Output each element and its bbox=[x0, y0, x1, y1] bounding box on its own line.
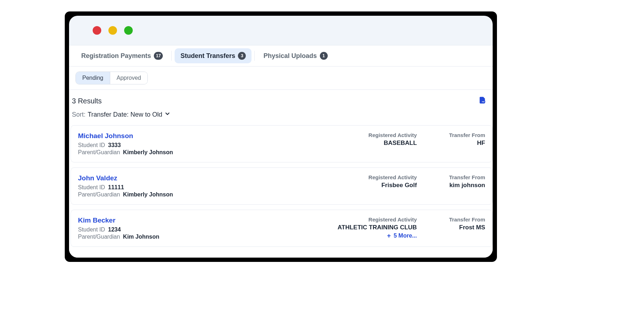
registered-activity-label: Registered Activity bbox=[338, 216, 417, 223]
guardian-label: Parent/Guardian bbox=[78, 149, 120, 155]
tab-separator bbox=[254, 51, 255, 61]
transfer-card[interactable]: John Valdez Student ID 11111 Parent/Guar… bbox=[70, 167, 493, 205]
tab-label: Physical Uploads bbox=[263, 52, 317, 60]
transfer-from-col: Transfer From kim johnson bbox=[449, 174, 485, 189]
tab-badge: 3 bbox=[238, 52, 246, 60]
tab-student-transfers[interactable]: Student Transfers 3 bbox=[175, 48, 252, 63]
card-left: Michael Johnson Student ID 3333 Parent/G… bbox=[78, 132, 173, 156]
student-id-label: Student ID bbox=[78, 184, 105, 190]
student-id-label: Student ID bbox=[78, 142, 105, 148]
guardian-label: Parent/Guardian bbox=[78, 234, 120, 240]
transfer-from-value: Frost MS bbox=[449, 224, 485, 231]
results-list: Michael Johnson Student ID 3333 Parent/G… bbox=[70, 125, 493, 258]
tab-registration-payments[interactable]: Registration Payments 17 bbox=[75, 48, 169, 63]
tab-label: Student Transfers bbox=[180, 52, 235, 60]
registered-activity-col: Registered Activity Frisbee Golf bbox=[369, 174, 417, 189]
tab-physical-uploads[interactable]: Physical Uploads 1 bbox=[258, 48, 333, 63]
tab-separator bbox=[171, 51, 172, 61]
sort-label: Sort: bbox=[72, 111, 86, 118]
sort-value: Transfer Date: New to Old bbox=[88, 111, 162, 118]
chevron-down-icon bbox=[164, 111, 171, 119]
registered-activity-value: Frisbee Golf bbox=[369, 182, 417, 189]
status-segmented-control: Pending Approved bbox=[75, 72, 148, 84]
student-id-label: Student ID bbox=[78, 226, 105, 233]
card-right: Registered Activity Frisbee Golf Transfe… bbox=[369, 174, 485, 189]
tab-label: Registration Payments bbox=[81, 52, 151, 60]
more-activities-link[interactable]: + 5 More... bbox=[387, 233, 417, 239]
registered-activity-value: BASEBALL bbox=[369, 140, 417, 147]
transfer-from-col: Transfer From Frost MS bbox=[449, 216, 485, 239]
student-id-value: 11111 bbox=[108, 184, 124, 190]
traffic-minimize-icon[interactable] bbox=[108, 26, 117, 35]
registered-activity-col: Registered Activity ATHLETIC TRAINING CL… bbox=[338, 216, 417, 239]
student-id-value: 1234 bbox=[108, 226, 121, 233]
registered-activity-value: ATHLETIC TRAINING CLUB bbox=[338, 224, 417, 231]
student-name-link[interactable]: John Valdez bbox=[78, 174, 173, 182]
filter-pending-button[interactable]: Pending bbox=[76, 72, 110, 84]
guardian-line: Parent/Guardian Kim Johnson bbox=[78, 234, 159, 240]
registered-activity-label: Registered Activity bbox=[369, 132, 417, 138]
card-right: Registered Activity ATHLETIC TRAINING CL… bbox=[338, 216, 485, 239]
tab-badge: 1 bbox=[320, 52, 328, 60]
student-id-value: 3333 bbox=[108, 142, 121, 148]
plus-icon: + bbox=[387, 233, 391, 239]
filter-row: Pending Approved bbox=[69, 67, 493, 90]
transfer-from-label: Transfer From bbox=[449, 174, 485, 180]
traffic-zoom-icon[interactable] bbox=[124, 26, 133, 35]
registered-activity-label: Registered Activity bbox=[369, 174, 417, 180]
student-id-line: Student ID 1234 bbox=[78, 226, 159, 233]
guardian-value: Kimberly Johnson bbox=[123, 149, 173, 155]
transfer-card[interactable]: Michael Johnson Student ID 3333 Parent/G… bbox=[70, 125, 493, 162]
traffic-close-icon[interactable] bbox=[93, 26, 101, 35]
guardian-line: Parent/Guardian Kimberly Johnson bbox=[78, 149, 173, 156]
card-right: Registered Activity BASEBALL Transfer Fr… bbox=[369, 132, 485, 147]
student-name-link[interactable]: Kim Becker bbox=[78, 216, 159, 224]
guardian-value: Kim Johnson bbox=[123, 234, 159, 240]
results-count: 3 Results bbox=[70, 97, 102, 105]
results-header: 3 Results PDF bbox=[70, 90, 493, 106]
filter-approved-button[interactable]: Approved bbox=[110, 72, 148, 84]
export-pdf-icon[interactable]: PDF bbox=[478, 96, 486, 106]
app-window: Registration Payments 17 Student Transfe… bbox=[69, 16, 493, 258]
card-left: Kim Becker Student ID 1234 Parent/Guardi… bbox=[78, 216, 159, 240]
card-left: John Valdez Student ID 11111 Parent/Guar… bbox=[78, 174, 173, 198]
more-activities-label: 5 More... bbox=[394, 233, 417, 239]
student-id-line: Student ID 3333 bbox=[78, 142, 173, 148]
transfer-from-value: HF bbox=[449, 140, 485, 147]
sort-control[interactable]: Sort: Transfer Date: New to Old bbox=[70, 106, 493, 125]
student-name-link[interactable]: Michael Johnson bbox=[78, 132, 173, 140]
transfer-card[interactable]: Kim Becker Student ID 1234 Parent/Guardi… bbox=[70, 210, 493, 247]
guardian-label: Parent/Guardian bbox=[78, 191, 120, 197]
transfer-from-label: Transfer From bbox=[449, 216, 485, 223]
transfer-from-label: Transfer From bbox=[449, 132, 485, 138]
student-id-line: Student ID 11111 bbox=[78, 184, 173, 191]
content-area: Registration Payments 17 Student Transfe… bbox=[69, 45, 493, 258]
guardian-value: Kimberly Johnson bbox=[123, 191, 173, 197]
transfer-from-value: kim johnson bbox=[449, 182, 485, 189]
titlebar bbox=[69, 16, 493, 45]
transfer-from-col: Transfer From HF bbox=[449, 132, 485, 147]
tab-bar: Registration Payments 17 Student Transfe… bbox=[69, 45, 493, 67]
registered-activity-col: Registered Activity BASEBALL bbox=[369, 132, 417, 147]
tab-badge: 17 bbox=[154, 52, 163, 60]
guardian-line: Parent/Guardian Kimberly Johnson bbox=[78, 191, 173, 198]
svg-text:PDF: PDF bbox=[482, 101, 485, 103]
